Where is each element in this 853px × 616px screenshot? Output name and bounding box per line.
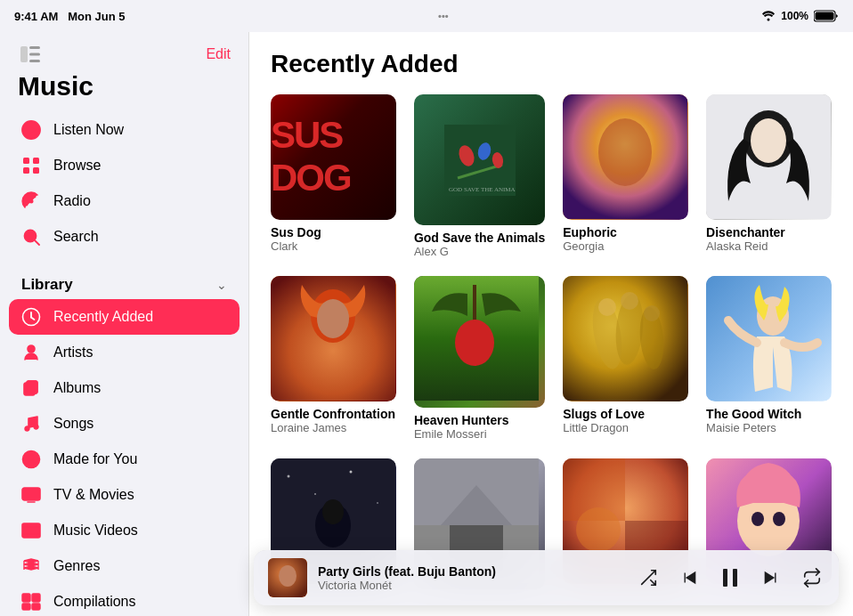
tv-movies-label: TV & Movies xyxy=(53,487,134,503)
album-art-heaven xyxy=(414,276,545,407)
svg-rect-22 xyxy=(27,381,37,393)
svg-rect-96 xyxy=(733,569,737,587)
chevron-down-icon[interactable]: ⌄ xyxy=(216,278,227,292)
mini-player-title: Party Girls (feat. Buju Banton) xyxy=(318,564,636,579)
albums-grid: SUS DOG Sus Dog Clark GOD SAVE THE ANIMA… xyxy=(271,94,832,595)
sidebar-item-browse[interactable]: Browse xyxy=(9,148,240,183)
svg-point-71 xyxy=(288,474,290,477)
svg-rect-38 xyxy=(22,594,30,602)
album-artist-3: Alaska Reid xyxy=(706,239,832,253)
mini-player[interactable]: Party Girls (feat. Buju Banton) Victoria… xyxy=(254,550,839,605)
svg-rect-40 xyxy=(22,604,30,610)
sidebar-item-recently-added[interactable]: Recently Added xyxy=(9,299,240,335)
search-icon xyxy=(21,227,41,247)
made-for-you-label: Made for You xyxy=(53,451,137,467)
album-art-god-save: GOD SAVE THE ANIMALS xyxy=(414,94,545,225)
status-right: 100% xyxy=(761,10,839,22)
pause-button[interactable] xyxy=(718,565,743,590)
sidebar: Edit Music Listen Now xyxy=(0,32,249,616)
album-art-sus-dog: SUS DOG xyxy=(271,94,396,220)
album-item-god-save[interactable]: GOD SAVE THE ANIMALS God Save the Animal… xyxy=(414,94,545,258)
content-area: Recently Added SUS DOG Sus Dog Clark xyxy=(249,32,853,616)
tv-icon xyxy=(21,485,41,505)
app-title: Music xyxy=(0,68,248,112)
edit-button[interactable]: Edit xyxy=(206,46,231,62)
radio-label: Radio xyxy=(53,193,91,209)
sidebar-item-search[interactable]: Search xyxy=(9,219,240,255)
nav-section: Listen Now Browse xyxy=(0,112,248,255)
listen-now-label: Listen Now xyxy=(53,122,124,138)
sidebar-item-genres[interactable]: Genres xyxy=(9,548,240,584)
album-art-euphoric xyxy=(563,94,688,220)
svg-rect-5 xyxy=(29,53,40,56)
shuffle-button[interactable] xyxy=(636,565,661,590)
svg-point-19 xyxy=(28,345,35,353)
album-title-6: Slugs of Love xyxy=(563,407,688,421)
album-item-slugs[interactable]: Slugs of Love Little Dragon xyxy=(563,276,688,440)
sidebar-item-compilations[interactable]: Compilations xyxy=(9,584,240,616)
sidebar-item-albums[interactable]: Albums xyxy=(9,370,240,406)
svg-rect-59 xyxy=(473,285,476,320)
genres-icon xyxy=(21,556,41,576)
album-item-euphoric[interactable]: Euphoric Georgia xyxy=(563,94,688,258)
songs-label: Songs xyxy=(53,416,93,432)
sidebar-item-artists[interactable]: Artists xyxy=(9,335,240,370)
album-item-heaven[interactable]: Heaven Hunters Emile Mosseri xyxy=(414,276,545,440)
svg-point-57 xyxy=(317,299,349,338)
album-item-disenchanter[interactable]: Disenchanter Alaska Reid xyxy=(706,94,832,258)
album-artist-2: Georgia xyxy=(563,239,688,253)
svg-rect-3 xyxy=(20,46,28,62)
albums-icon xyxy=(21,378,41,398)
sidebar-toggle-button[interactable] xyxy=(18,45,43,64)
browse-label: Browse xyxy=(53,158,101,174)
svg-point-72 xyxy=(314,493,316,495)
svg-marker-94 xyxy=(686,571,695,585)
mini-player-artist: Victoria Monét xyxy=(318,579,636,592)
album-art-disenchanter xyxy=(706,94,832,220)
next-button[interactable] xyxy=(759,565,784,590)
svg-point-90 xyxy=(773,512,785,526)
album-item-sus-dog[interactable]: SUS DOG Sus Dog Clark xyxy=(271,94,396,258)
svg-rect-44 xyxy=(444,125,516,196)
previous-button[interactable] xyxy=(677,565,702,590)
album-item-gentle[interactable]: Gentle Confrontation Loraine James xyxy=(271,276,396,440)
album-title-2: Euphoric xyxy=(563,225,688,239)
svg-point-26 xyxy=(28,455,34,460)
svg-point-24 xyxy=(34,425,38,429)
mini-player-art xyxy=(268,558,307,597)
svg-point-60 xyxy=(455,320,494,366)
repeat-button[interactable] xyxy=(800,565,825,590)
sidebar-item-made-for-you[interactable]: Made for You xyxy=(9,442,240,477)
app-container: Edit Music Listen Now xyxy=(0,32,853,616)
artists-label: Artists xyxy=(53,344,93,361)
sidebar-item-songs[interactable]: Songs xyxy=(9,406,240,442)
svg-point-0 xyxy=(768,19,770,21)
sidebar-item-listen-now[interactable]: Listen Now xyxy=(9,112,240,148)
sidebar-header: Edit xyxy=(0,32,248,68)
svg-text:GOD SAVE THE ANIMALS: GOD SAVE THE ANIMALS xyxy=(449,186,516,193)
album-artist-7: Maisie Peters xyxy=(706,421,832,434)
svg-rect-2 xyxy=(815,12,833,20)
svg-marker-97 xyxy=(765,571,775,585)
svg-point-92 xyxy=(279,565,297,587)
sidebar-item-music-videos[interactable]: Music Videos xyxy=(9,513,240,548)
library-header: Library ⌄ xyxy=(0,262,248,299)
svg-rect-82 xyxy=(414,458,539,525)
sidebar-item-tv-movies[interactable]: TV & Movies xyxy=(9,477,240,513)
mini-player-info: Party Girls (feat. Buju Banton) Victoria… xyxy=(318,564,636,592)
album-title-1: God Save the Animals xyxy=(414,231,545,245)
svg-point-65 xyxy=(598,298,616,316)
album-title-4: Gentle Confrontation xyxy=(271,407,396,421)
radio-icon xyxy=(21,191,41,211)
svg-marker-93 xyxy=(685,573,686,583)
status-bar: 9:41 AM Mon Jun 5 ••• 100% xyxy=(0,0,853,32)
album-item-good-witch[interactable]: The Good Witch Maisie Peters xyxy=(706,276,832,440)
svg-rect-12 xyxy=(33,167,39,174)
svg-point-77 xyxy=(322,499,344,524)
sidebar-item-radio[interactable]: Radio xyxy=(9,183,240,219)
svg-rect-27 xyxy=(22,488,40,500)
library-section: Recently Added Artists xyxy=(0,299,248,616)
svg-marker-98 xyxy=(775,573,776,583)
album-art-gentle xyxy=(271,276,396,401)
svg-point-66 xyxy=(621,292,638,310)
